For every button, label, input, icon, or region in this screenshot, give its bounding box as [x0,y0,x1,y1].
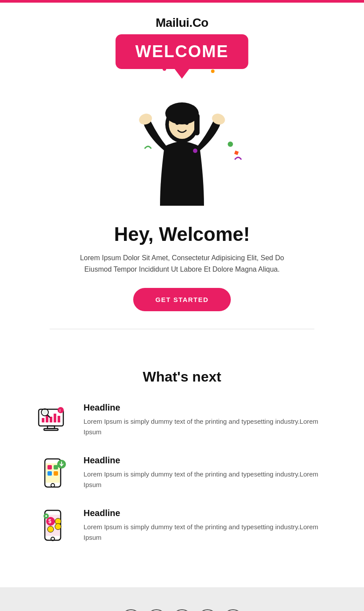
feature-headline-1: Headline [84,403,329,413]
phone2-icon: $ [35,508,70,543]
feature-text-2: Headline Lorem Ipsum is simply dummy tex… [84,455,329,490]
social-icons-row [18,609,346,611]
feature-item-1: ! Headline Lorem Ipsum is simply dummy t… [35,403,329,438]
svg-rect-30 [54,471,58,476]
feature-text-1: Headline Lorem Ipsum is simply dummy tex… [84,403,329,437]
email-wrapper: Mailui.Co ~ ~ • WELCOME [0,0,364,611]
svg-rect-18 [54,414,56,422]
svg-rect-3 [194,113,200,135]
svg-rect-15 [42,418,44,422]
feature-item-2: Headline Lorem Ipsum is simply dummy tex… [35,455,329,491]
monitor-icon: ! [35,403,70,438]
feature-text-3: Headline Lorem Ipsum is simply dummy tex… [84,508,329,543]
svg-point-20 [58,407,64,413]
svg-point-10 [193,149,197,153]
svg-rect-14 [44,429,58,430]
svg-point-8 [228,142,233,147]
svg-rect-9 [234,151,239,155]
welcome-bubble: WELCOME [116,34,248,69]
facebook-icon[interactable] [121,609,141,611]
confetti-dot [211,69,215,73]
header: Mailui.Co [0,3,364,30]
svg-text:!: ! [59,408,61,413]
feature-body-2: Lorem Ipsum is simply dummy text of the … [84,469,329,490]
section-divider [50,329,314,329]
svg-rect-29 [47,471,52,476]
svg-point-24 [43,410,47,415]
svg-point-39 [55,524,61,530]
instagram-icon[interactable] [172,609,192,611]
svg-text:$: $ [48,518,51,524]
logo: Mailui.Co [9,16,355,30]
whats-next-heading: What's next [35,369,329,385]
whats-next-section: What's next ! [0,347,364,587]
hero-section: ~ ~ • WELCOME [0,30,364,347]
feature-headline-3: Headline [84,508,329,518]
svg-rect-27 [47,465,52,469]
hero-text: Hey, Welcome! Lorem Ipsum Dolor Sit Amet… [26,215,338,311]
tiktok-icon[interactable] [223,609,243,611]
phone-icon [35,455,70,491]
feature-item-3: $ Headline Lorem Ipsum is simply dummy t… [35,508,329,543]
svg-point-2 [165,102,199,124]
svg-point-5 [185,121,189,125]
svg-rect-28 [54,465,58,469]
footer: mailui.co Offer Card | Customer Care | S… [0,587,364,611]
person-illustration [120,83,244,215]
feature-body-1: Lorem Ipsum is simply dummy text of the … [84,416,329,437]
dribbble-icon[interactable] [198,609,217,611]
hero-heading: Hey, Welcome! [26,223,338,245]
twitter-icon[interactable] [147,609,166,611]
feature-body-3: Lorem Ipsum is simply dummy text of the … [84,522,329,543]
get-started-button[interactable]: GET STARTED [133,288,230,311]
svg-rect-19 [58,416,60,422]
svg-point-4 [175,121,179,125]
svg-point-40 [47,526,54,532]
hero-body: Lorem Ipsum Dolor Sit Amet, Consectetur … [72,252,292,275]
feature-headline-2: Headline [84,455,329,466]
confetti-area: ~ ~ • WELCOME [26,30,338,215]
